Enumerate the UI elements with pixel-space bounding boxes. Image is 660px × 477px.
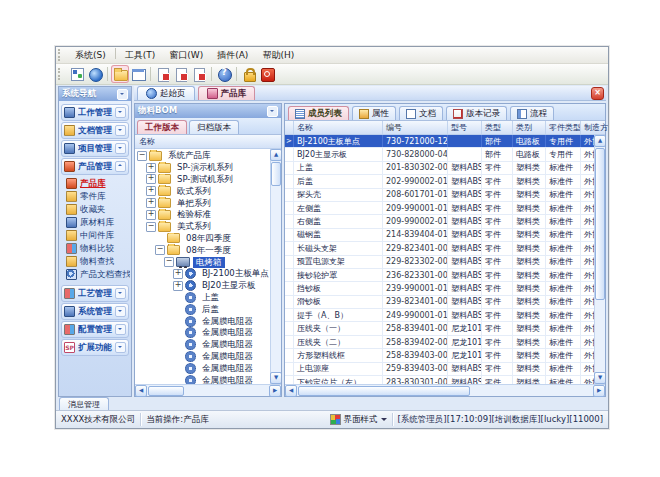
tree-node[interactable]: 上盖	[135, 292, 271, 304]
column-header-零件类型[interactable]: 零件类型	[546, 121, 581, 134]
collapse-icon[interactable]: −	[137, 151, 147, 161]
tab-起始页[interactable]: 起始页	[137, 86, 195, 100]
scroll-up-icon[interactable]: ▲	[270, 149, 281, 161]
chevron-down-icon[interactable]	[115, 125, 126, 136]
tab-文档[interactable]: 文档	[399, 106, 443, 120]
expand-icon[interactable]: +	[173, 281, 183, 291]
tree-node[interactable]: −电烤箱	[135, 256, 271, 268]
lock-icon[interactable]	[241, 66, 257, 82]
help-icon[interactable]: ?	[216, 66, 232, 82]
table-row[interactable]: 长磁头支架229-823401-00X塑料ABS零件塑料类标准件外协条	[285, 242, 595, 255]
scroll-right-icon[interactable]: ▶	[593, 385, 605, 397]
table-row[interactable]: 左侧盖209-990001-01X塑料ABS零件塑料类标准件外协条	[285, 202, 595, 215]
sidebar-item-物料比较[interactable]: 物料比较	[62, 242, 130, 255]
column-header-名称[interactable]: 名称	[294, 121, 383, 134]
chevron-down-icon[interactable]	[115, 342, 126, 353]
tree-node[interactable]: −系统产品库	[135, 150, 271, 162]
tree-node[interactable]: +SP-演示机系列	[135, 162, 271, 174]
column-header-制造方式[interactable]: 制造方式	[581, 121, 609, 134]
table-row[interactable]: 右侧盖209-990002-01X塑料ABS零件塑料类标准件外协条	[285, 215, 595, 228]
globe-icon[interactable]	[87, 66, 103, 82]
sidebar-item-原材料库[interactable]: 原材料库	[62, 216, 130, 229]
tab-版本记录[interactable]: 版本记录	[446, 106, 507, 120]
table-row[interactable]: 提手（A、B）249-990001-01X塑料ABS零件塑料类标准件外协条	[285, 309, 595, 322]
sidebar-item-物料查找[interactable]: 物料查找	[62, 255, 130, 268]
open-folder-icon[interactable]	[112, 66, 128, 82]
expand-icon[interactable]: +	[146, 198, 156, 208]
column-header-类别[interactable]: 类别	[513, 121, 546, 134]
tree-node[interactable]: +BJ-2100主板单点	[135, 268, 271, 280]
scroll-thumb[interactable]	[271, 162, 281, 186]
tree-node[interactable]: 金属膜电阻器	[135, 362, 271, 374]
sidebar-item-收藏夹[interactable]: 收藏夹	[62, 203, 130, 216]
table-row[interactable]: 上盖201-830302-00X塑料ABS零件塑料类标准件外协条	[285, 162, 595, 175]
tree-node[interactable]: −美式系列	[135, 221, 271, 233]
table-row[interactable]: 预置电源支架229-823302-00X塑料ABS零件塑料类标准件外协条	[285, 256, 595, 269]
scroll-thumb[interactable]	[148, 386, 184, 396]
scroll-down-icon[interactable]: ▼	[594, 372, 605, 384]
tree-node[interactable]: 金属膜电阻器	[135, 339, 271, 351]
table-row[interactable]: 上电源座259-839403-00X塑料ABS零件塑料类标准件外协条	[285, 363, 595, 376]
table-row[interactable]: 方形塑料线框258-839403-00X尼龙1010零件塑料类标准件外协条	[285, 349, 595, 362]
table-row[interactable]: 挡钞板239-990001-01X塑料ABS零件塑料类标准件外协条	[285, 282, 595, 295]
tree-node[interactable]: +SP-测试机系列	[135, 174, 271, 186]
chevron-down-icon[interactable]	[115, 143, 126, 154]
tree-node[interactable]: 金属膜电阻器	[135, 374, 271, 384]
nav-group-项目管理[interactable]: 项目管理	[61, 140, 129, 157]
chevron-down-icon[interactable]	[115, 288, 126, 299]
edit-document-icon[interactable]	[173, 66, 189, 82]
sidebar-item-中间件库[interactable]: 中间件库	[62, 229, 130, 242]
tree-horizontal-scrollbar[interactable]: ◀ ▶	[135, 384, 281, 396]
tree-node[interactable]: −08年一季度	[135, 244, 271, 256]
table-row[interactable]: 压线夹（二）258-839402-00X尼龙1010零件塑料类标准件外协条	[285, 336, 595, 349]
tree-node[interactable]: 金属膜电阻器	[135, 315, 271, 327]
scroll-thumb[interactable]	[298, 386, 470, 396]
exit-icon[interactable]	[259, 66, 275, 82]
table-row[interactable]: >BJ-2100主板单点730-721000-12X部件电路板专用件外协颗	[285, 135, 595, 148]
scroll-thumb[interactable]	[595, 148, 605, 300]
table-row[interactable]: 磁钢盖214-839404-01X塑料ABS零件塑料类标准件外协条	[285, 229, 595, 242]
table-row[interactable]: 后盖202-990002-01X塑料ABS零件塑料类标准件外协条	[285, 175, 595, 188]
collapse-icon[interactable]: −	[155, 245, 165, 255]
tab-工作版本[interactable]: 工作版本	[137, 120, 187, 134]
table-vertical-scrollbar[interactable]: ▲ ▼	[594, 135, 605, 384]
column-header-编号[interactable]: 编号	[383, 121, 448, 134]
nav-group-工作管理[interactable]: 工作管理	[61, 104, 129, 121]
app-modules-icon[interactable]	[69, 66, 85, 82]
tree-node[interactable]: 金属膜电阻器	[135, 327, 271, 339]
table-row[interactable]: 压线夹（一）258-839401-00X尼龙1010零件塑料类标准件外协条	[285, 322, 595, 335]
bom-collapse-button[interactable]	[267, 106, 278, 117]
menu-item[interactable]: 工具(T)	[118, 48, 163, 63]
table-row[interactable]: 滑钞板239-823401-00X塑料ABS零件塑料类标准件外协条	[285, 296, 595, 309]
chevron-down-icon[interactable]	[115, 107, 126, 118]
tree-vertical-scrollbar[interactable]: ▲ ▼	[270, 149, 281, 384]
sidebar-item-产品库[interactable]: 产品库	[62, 177, 130, 190]
chevron-down-icon[interactable]	[115, 324, 126, 335]
collapse-icon[interactable]: −	[164, 257, 174, 267]
close-tab-button[interactable]: ×	[591, 87, 604, 100]
tab-属性[interactable]: 属性	[352, 106, 396, 120]
table-row[interactable]: 探头壳208-601701-01X塑料ABS零件塑料类标准件外协条	[285, 189, 595, 202]
nav-group-工艺管理[interactable]: 工艺管理	[61, 285, 129, 302]
tree-node[interactable]: 08年四季度	[135, 233, 271, 245]
table-row[interactable]: 接钞轮护罩236-823301-00X塑料ABS零件塑料类标准件外协条	[285, 269, 595, 282]
scroll-left-icon[interactable]: ◀	[135, 385, 147, 397]
scroll-down-icon[interactable]: ▼	[270, 372, 281, 384]
table-row[interactable]: 下钞定位片（左）283-830301-00X塑料ABS零件塑料类标准件外协条	[285, 376, 595, 384]
delete-document-icon[interactable]	[191, 66, 207, 82]
table-row[interactable]: BJ20主显示板730-828000-04X部件电路板专用件外协颗	[285, 148, 595, 161]
sidebar-item-产品文档查找[interactable]: 产品文档查找	[62, 268, 130, 281]
expand-icon[interactable]: +	[146, 210, 156, 220]
tab-流程[interactable]: 流程	[510, 106, 554, 120]
nav-group-扩展功能[interactable]: SP扩展功能	[61, 339, 129, 356]
tab-归档版本[interactable]: 归档版本	[189, 120, 239, 134]
menu-item[interactable]: 系统(S)	[68, 48, 113, 63]
sidebar-collapse-button[interactable]	[117, 89, 128, 100]
sidebar-item-零件库[interactable]: 零件库	[62, 190, 130, 203]
tree-node[interactable]: +单把系列	[135, 197, 271, 209]
tree-column-header[interactable]: 名称	[135, 135, 281, 149]
collapse-icon[interactable]: −	[146, 222, 156, 232]
chevron-up-icon[interactable]	[115, 161, 126, 172]
expand-icon[interactable]: +	[146, 163, 156, 173]
table-horizontal-scrollbar[interactable]: ◀ ▶	[285, 384, 605, 396]
